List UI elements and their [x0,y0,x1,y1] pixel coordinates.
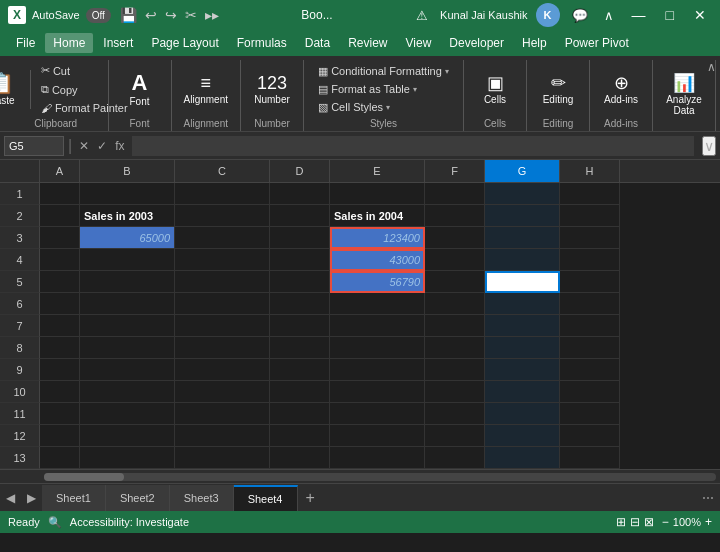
menu-review[interactable]: Review [340,33,395,53]
cell-D1[interactable] [270,183,330,205]
font-button[interactable]: A Font [115,69,165,110]
row-num-4[interactable]: 4 [0,249,40,271]
cell-B9[interactable] [80,359,175,381]
cell-C5[interactable] [175,271,270,293]
col-header-H[interactable]: H [560,160,620,182]
cell-A12[interactable] [40,425,80,447]
cell-G13[interactable] [485,447,560,469]
cell-reference-input[interactable] [4,136,64,156]
cell-C3[interactable] [175,227,270,249]
sheet-tab-2[interactable]: Sheet2 [106,485,170,511]
col-header-F[interactable]: F [425,160,485,182]
cell-G2[interactable] [485,205,560,227]
sheet-nav-left-button[interactable]: ◀ [0,487,21,509]
row-num-2[interactable]: 2 [0,205,40,227]
sheet-options-button[interactable]: ⋯ [696,487,720,509]
cell-C8[interactable] [175,337,270,359]
cell-F11[interactable] [425,403,485,425]
cell-D3[interactable] [270,227,330,249]
cell-D10[interactable] [270,381,330,403]
cell-E9[interactable] [330,359,425,381]
addins-button[interactable]: ⊕ Add-ins [596,71,646,108]
cell-B2[interactable]: Sales in 2003 [80,205,175,227]
row-num-10[interactable]: 10 [0,381,40,403]
row-num-9[interactable]: 9 [0,359,40,381]
row-num-13[interactable]: 13 [0,447,40,469]
cell-B13[interactable] [80,447,175,469]
cell-E1[interactable] [330,183,425,205]
cell-H11[interactable] [560,403,620,425]
close-button[interactable]: ✕ [688,5,712,25]
row-num-1[interactable]: 1 [0,183,40,205]
cell-G5[interactable] [485,271,560,293]
cell-B6[interactable] [80,293,175,315]
sheet-tab-4[interactable]: Sheet4 [234,485,298,511]
col-header-D[interactable]: D [270,160,330,182]
row-num-12[interactable]: 12 [0,425,40,447]
col-header-C[interactable]: C [175,160,270,182]
cell-A6[interactable] [40,293,80,315]
redo-button[interactable]: ↪ [162,5,180,25]
cell-G10[interactable] [485,381,560,403]
cell-F2[interactable] [425,205,485,227]
alignment-button[interactable]: ≡ Alignment [178,71,234,108]
cell-E6[interactable] [330,293,425,315]
normal-view-icon[interactable]: ⊞ [616,515,626,529]
cell-E10[interactable] [330,381,425,403]
analyze-button[interactable]: 📊 AnalyzeData [659,71,709,119]
cell-D2[interactable] [270,205,330,227]
row-num-6[interactable]: 6 [0,293,40,315]
cell-G9[interactable] [485,359,560,381]
cell-H1[interactable] [560,183,620,205]
zoom-in-button[interactable]: + [705,515,712,529]
formula-expand-button[interactable]: ∨ [702,136,716,156]
menu-formulas[interactable]: Formulas [229,33,295,53]
cell-D5[interactable] [270,271,330,293]
col-header-A[interactable]: A [40,160,80,182]
editing-button[interactable]: ✏ Editing [533,71,583,108]
cell-C11[interactable] [175,403,270,425]
autosave-toggle[interactable]: Off [86,8,111,23]
cell-F9[interactable] [425,359,485,381]
cell-F5[interactable] [425,271,485,293]
menu-insert[interactable]: Insert [95,33,141,53]
cell-H13[interactable] [560,447,620,469]
cell-B1[interactable] [80,183,175,205]
cell-H6[interactable] [560,293,620,315]
cell-D12[interactable] [270,425,330,447]
menu-developer[interactable]: Developer [441,33,512,53]
horizontal-scrollbar[interactable] [44,473,716,481]
col-header-B[interactable]: B [80,160,175,182]
feedback-icon[interactable]: 💬 [568,6,592,25]
paste-button[interactable]: 📋 Paste [0,70,24,109]
number-button[interactable]: 123 Number [247,71,297,108]
cell-A9[interactable] [40,359,80,381]
cell-F13[interactable] [425,447,485,469]
cell-H12[interactable] [560,425,620,447]
cell-D4[interactable] [270,249,330,271]
cell-B3[interactable]: 65000 [80,227,175,249]
cell-H8[interactable] [560,337,620,359]
cell-G11[interactable] [485,403,560,425]
cell-C1[interactable] [175,183,270,205]
cell-styles-button[interactable]: ▧ Cell Styles ▾ [314,99,453,116]
cancel-formula-button[interactable]: ✕ [76,137,92,155]
cell-E13[interactable] [330,447,425,469]
cell-G7[interactable] [485,315,560,337]
cell-G12[interactable] [485,425,560,447]
row-num-5[interactable]: 5 [0,271,40,293]
cell-B12[interactable] [80,425,175,447]
cell-B4[interactable] [80,249,175,271]
cell-D11[interactable] [270,403,330,425]
cell-E2[interactable]: Sales in 2004 [330,205,425,227]
cell-E11[interactable] [330,403,425,425]
cell-B5[interactable] [80,271,175,293]
more-title-button[interactable]: ▸▸ [202,5,222,25]
cell-H4[interactable] [560,249,620,271]
col-header-E[interactable]: E [330,160,425,182]
cell-C10[interactable] [175,381,270,403]
cell-F6[interactable] [425,293,485,315]
col-header-G[interactable]: G [485,160,560,182]
cell-G8[interactable] [485,337,560,359]
cell-A5[interactable] [40,271,80,293]
